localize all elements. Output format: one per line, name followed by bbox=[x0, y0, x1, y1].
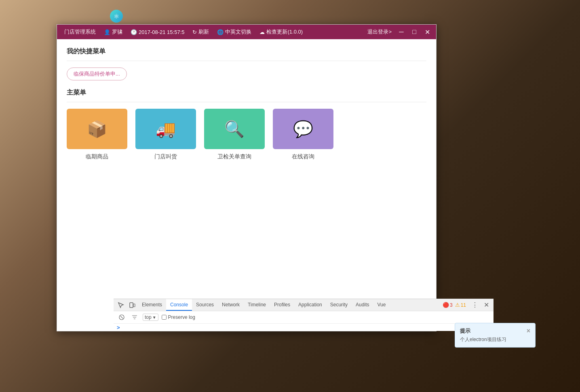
quick-shortcut-button[interactable]: 临保商品特价单申... bbox=[67, 67, 127, 80]
tab-application[interactable]: Application bbox=[294, 299, 326, 311]
svg-rect-0 bbox=[130, 303, 133, 308]
tooltip-title-text: 提示 bbox=[460, 327, 470, 335]
console-prompt-row: > bbox=[114, 323, 494, 331]
preserve-log-label: Preserve log bbox=[168, 314, 195, 320]
window-controls: ─ □ ✕ bbox=[396, 26, 433, 38]
zaixian-label: 在线咨询 bbox=[292, 153, 314, 160]
refresh-button[interactable]: ↻ 刷新 bbox=[188, 28, 213, 36]
filter-button[interactable] bbox=[130, 312, 139, 322]
error-circle-icon: 🔴 bbox=[443, 302, 449, 308]
menu-item-mendian[interactable]: 🚚 门店叫货 bbox=[135, 109, 196, 160]
spacer bbox=[67, 80, 426, 89]
device-icon-btn[interactable] bbox=[127, 299, 138, 311]
warning-count: 11 bbox=[461, 302, 466, 308]
lang-switch-button[interactable]: 🌐 中英文切换 bbox=[213, 28, 255, 36]
tab-vue[interactable]: Vue bbox=[373, 299, 390, 311]
main-menu-section: 主菜单 📦 临期商品 🚚 门店叫货 bbox=[67, 89, 426, 160]
tab-console[interactable]: Console bbox=[166, 299, 192, 311]
app-logo: ⚛ bbox=[110, 10, 123, 23]
quick-menu-title: 我的快捷菜单 bbox=[67, 47, 426, 56]
app-name[interactable]: 门店管理系统 bbox=[60, 28, 100, 36]
preserve-log-check[interactable]: Preserve log bbox=[162, 314, 195, 320]
weijian-icon: 🔍 bbox=[224, 120, 245, 139]
quick-menu-section: 我的快捷菜单 临保商品特价单申... bbox=[67, 47, 426, 80]
devtools-more-button[interactable]: ⋮ bbox=[469, 299, 481, 311]
main-content: 我的快捷菜单 临保商品特价单申... 主菜单 📦 临期商品 bbox=[57, 39, 436, 331]
linqi-icon: 📦 bbox=[87, 120, 107, 139]
warning-badge: ⚠ 11 bbox=[455, 302, 466, 308]
app-window: 门店管理系统 👤 罗骕 🕐 2017-08-21 15:57:5 ↻ 刷新 🌐 … bbox=[57, 24, 437, 331]
chevron-down-icon: ▼ bbox=[152, 315, 156, 320]
menu-card-linqi: 📦 bbox=[67, 109, 127, 149]
devtools-panel: Elements Console Sources Network Timelin… bbox=[114, 299, 494, 331]
clock-icon: 🕐 bbox=[131, 29, 137, 35]
tooltip-title-row: 提示 × bbox=[460, 327, 530, 335]
logout-label: 退出登录> bbox=[367, 28, 392, 36]
error-badge: 🔴 3 bbox=[443, 302, 453, 308]
minimize-button[interactable]: ─ bbox=[396, 26, 407, 38]
clear-console-button[interactable] bbox=[117, 312, 127, 322]
maximize-button[interactable]: □ bbox=[409, 26, 420, 38]
zaixian-icon: 💬 bbox=[293, 120, 313, 139]
tab-sources[interactable]: Sources bbox=[192, 299, 218, 311]
mendian-label: 门店叫货 bbox=[154, 153, 177, 160]
weijian-label: 卫检关单查询 bbox=[217, 153, 251, 160]
menu-card-weijian: 🔍 bbox=[204, 109, 265, 149]
svg-rect-1 bbox=[133, 304, 135, 307]
title-bar: 门店管理系统 👤 罗骕 🕐 2017-08-21 15:57:5 ↻ 刷新 🌐 … bbox=[57, 25, 436, 39]
devtools-close-button[interactable]: ✕ bbox=[481, 299, 492, 311]
tooltip-box: 提示 × 个人electron项目练习 bbox=[455, 323, 536, 348]
lang-label: 中英文切换 bbox=[225, 28, 251, 36]
update-icon: ☁ bbox=[259, 29, 265, 35]
menu-item-zaixian[interactable]: 💬 在线咨询 bbox=[273, 109, 333, 160]
app-name-label: 门店管理系统 bbox=[64, 28, 96, 36]
context-selector[interactable]: top ▼ bbox=[143, 314, 158, 321]
logout-button[interactable]: 退出登录> bbox=[363, 28, 396, 36]
check-update-button[interactable]: ☁ 检查更新(1.0.0) bbox=[255, 28, 307, 36]
tab-timeline[interactable]: Timeline bbox=[244, 299, 270, 311]
close-button[interactable]: ✕ bbox=[422, 26, 433, 38]
inspect-icon-btn[interactable] bbox=[115, 299, 127, 311]
user-info[interactable]: 👤 罗骕 bbox=[100, 28, 127, 36]
quick-menu-divider bbox=[67, 61, 426, 61]
lang-icon: 🌐 bbox=[217, 29, 224, 35]
tab-network[interactable]: Network bbox=[218, 299, 244, 311]
tab-profiles[interactable]: Profiles bbox=[270, 299, 294, 311]
mendian-icon: 🚚 bbox=[156, 120, 176, 139]
linqi-label: 临期商品 bbox=[86, 153, 108, 160]
refresh-icon: ↻ bbox=[192, 29, 197, 35]
tooltip-body: 个人electron项目练习 bbox=[460, 336, 530, 343]
update-label: 检查更新(1.0.0) bbox=[266, 28, 303, 36]
menu-card-zaixian: 💬 bbox=[273, 109, 333, 149]
console-prompt-symbol: > bbox=[117, 325, 120, 331]
refresh-label: 刷新 bbox=[198, 28, 209, 36]
tab-audits[interactable]: Audits bbox=[352, 299, 373, 311]
datetime-label: 2017-08-21 15:57:5 bbox=[139, 29, 184, 35]
main-menu-divider bbox=[67, 102, 426, 102]
preserve-log-checkbox[interactable] bbox=[162, 315, 167, 320]
tab-elements[interactable]: Elements bbox=[138, 299, 166, 311]
user-icon: 👤 bbox=[104, 29, 110, 35]
datetime-display: 🕐 2017-08-21 15:57:5 bbox=[127, 29, 188, 35]
warning-triangle-icon: ⚠ bbox=[455, 302, 460, 308]
devtools-badges: 🔴 3 ⚠ 11 bbox=[443, 302, 466, 308]
tooltip-close-button[interactable]: × bbox=[527, 327, 530, 335]
devtools-tabs: Elements Console Sources Network Timelin… bbox=[114, 299, 494, 311]
menu-item-weijian[interactable]: 🔍 卫检关单查询 bbox=[204, 109, 265, 160]
console-filter-bar: top ▼ Preserve log bbox=[114, 311, 494, 323]
username-label: 罗骕 bbox=[112, 28, 122, 36]
svg-line-3 bbox=[120, 316, 123, 318]
context-value: top bbox=[145, 314, 152, 320]
error-count: 3 bbox=[450, 302, 453, 308]
menu-grid: 📦 临期商品 🚚 门店叫货 🔍 卫检关单查询 bbox=[67, 109, 426, 160]
menu-item-linqi[interactable]: 📦 临期商品 bbox=[67, 109, 127, 160]
main-menu-title: 主菜单 bbox=[67, 89, 426, 97]
menu-card-mendian: 🚚 bbox=[135, 109, 196, 149]
tab-security[interactable]: Security bbox=[326, 299, 352, 311]
